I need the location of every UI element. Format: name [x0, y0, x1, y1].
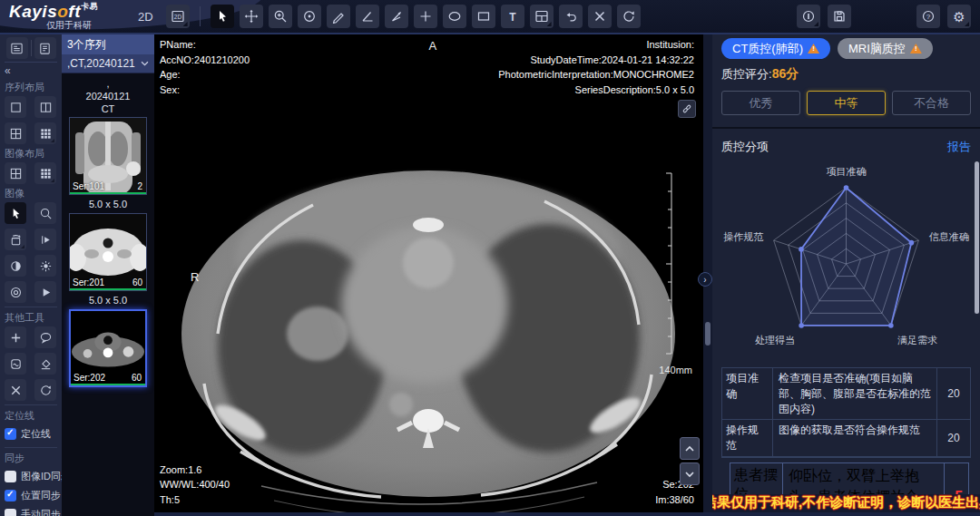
grid-3x3-button[interactable]	[34, 162, 56, 184]
angle-tool-button[interactable]	[356, 5, 379, 28]
divider-scrollbar-thumb[interactable]	[705, 322, 710, 346]
tab-mri-brain-qc[interactable]: MRI脑质控 !	[838, 38, 933, 59]
invert-button[interactable]	[5, 255, 26, 277]
disclaimer-marquee: 结果仅用于科研,不作诊断证明，诊断以医生出具的诊断	[712, 494, 980, 512]
sync-manual-row[interactable]: 手动同步	[5, 508, 57, 516]
image-pointer-button[interactable]	[5, 202, 26, 224]
layout-2d-button[interactable]: 2D	[166, 5, 190, 28]
probe-tool-button[interactable]	[298, 5, 321, 28]
qc-subsection-title: 质控分项	[721, 139, 769, 155]
length-tool-button[interactable]	[327, 5, 350, 28]
sync-image-id-row[interactable]: 图像ID同步	[5, 470, 57, 483]
toolbar-separator	[200, 6, 201, 26]
stamp-button[interactable]	[5, 353, 26, 375]
sync-position-row[interactable]: 位置同步	[5, 489, 57, 502]
stack-scroll-button[interactable]	[34, 229, 56, 250]
add-button[interactable]	[5, 326, 26, 348]
layout-3x3-button[interactable]	[34, 122, 56, 144]
delete-all-button[interactable]	[5, 379, 26, 401]
pencil-icon	[331, 9, 346, 24]
section-title-sync: 同步	[5, 447, 57, 465]
eraser-button[interactable]	[34, 353, 56, 375]
magnify-button[interactable]	[34, 202, 56, 224]
grid-2x2-button[interactable]	[5, 162, 26, 184]
layout-2x2-icon	[9, 127, 23, 141]
svg-text:满足需求: 满足需求	[897, 335, 937, 346]
rotate-button[interactable]	[5, 229, 26, 250]
grade-buttons: 优秀 中等 不合格	[721, 91, 971, 115]
comment-button[interactable]	[34, 326, 56, 348]
link-series-button[interactable]	[678, 100, 696, 118]
crosshair-icon	[418, 9, 433, 24]
qc-score-table: 项目准确 检查项目是否准确(项目如脑部、胸部、腹部是否在标准的范围内容) 20 …	[721, 367, 971, 458]
main-viewport[interactable]: PName: AccNO:2401210200 Age: Sex: Instit…	[154, 34, 703, 516]
report-link[interactable]: 报告	[947, 139, 971, 155]
series-panel: 3个序列 ,CT,20240121 , 20240121 CT	[62, 34, 154, 516]
save-button[interactable]	[828, 5, 851, 28]
mode-2d-label: 2D	[138, 10, 153, 24]
expand-panel-button[interactable]: ›	[698, 272, 712, 287]
pointer-icon	[215, 9, 230, 24]
reset-view-button[interactable]	[617, 5, 641, 28]
thumbnail-series-202-selected[interactable]: Ser:202 60	[69, 309, 147, 387]
localizer-checkbox[interactable]	[5, 428, 16, 440]
zoom-tool-button[interactable]	[269, 5, 292, 28]
app-logo: Kayisoft卡易 仅用于科研	[0, 3, 129, 30]
grade-fail-button[interactable]: 不合格	[892, 91, 971, 115]
zoom-window-overlay: Zoom:1.6 WW/WL:400/40 Th:5	[160, 462, 230, 508]
toolbar-tools: 2D T	[166, 5, 641, 28]
localizer-checkbox-row[interactable]: 定位线	[5, 427, 57, 441]
info-button[interactable]	[797, 5, 820, 28]
pan-tool-button[interactable]	[240, 5, 263, 28]
delete-annotation-button[interactable]	[588, 5, 612, 28]
brightness-button[interactable]	[34, 255, 56, 277]
section-title-series-layout: 序列布局	[5, 81, 57, 94]
window-bottom-edge	[154, 512, 980, 516]
collapse-sidebar-button[interactable]: «	[5, 64, 57, 77]
grade-excellent-button[interactable]: 优秀	[721, 91, 800, 115]
target-icon	[9, 286, 23, 299]
comment-bubble-icon	[39, 331, 53, 345]
rectangle-tool-button[interactable]	[472, 5, 495, 28]
cine-play-button[interactable]	[34, 281, 56, 303]
layout-1x2-button[interactable]	[34, 96, 56, 118]
svg-text:信息准确: 信息准确	[929, 231, 969, 242]
tab-ct-lung-qc[interactable]: CT质控(肺部) !	[721, 38, 830, 59]
series-list-toggle-button[interactable]	[6, 37, 28, 59]
scroll-up-button[interactable]	[680, 437, 700, 460]
reset-tools-button[interactable]	[34, 379, 56, 401]
study-dropdown[interactable]: ,CT,20240121	[62, 54, 154, 73]
thumb2-caption: 5.0 x 5.0	[89, 199, 127, 211]
position-sync-checkbox[interactable]	[5, 490, 16, 501]
layout-2x2-button[interactable]	[5, 122, 26, 144]
settings-button[interactable]: ⚙	[947, 5, 971, 28]
report-panel-button[interactable]	[34, 37, 56, 59]
panel-scrollbar-thumb[interactable]	[975, 161, 979, 314]
crosshair-tool-button[interactable]	[414, 5, 437, 28]
section-title-image: 图像	[5, 187, 57, 200]
layout-1x1-button[interactable]	[5, 96, 26, 118]
grade-medium-button[interactable]: 中等	[807, 91, 886, 115]
undo-button[interactable]	[559, 5, 583, 28]
target-button[interactable]	[5, 281, 26, 303]
scroll-down-button[interactable]	[680, 462, 700, 485]
section-title-localizer: 定位线	[5, 404, 57, 423]
help-button[interactable]: ?	[916, 5, 940, 28]
thumbnail-series-201[interactable]: Ser:201 60	[69, 213, 147, 291]
svg-text:2D: 2D	[173, 14, 181, 20]
manual-sync-checkbox[interactable]	[5, 509, 16, 516]
image-layout-button[interactable]	[530, 5, 554, 28]
ellipse-tool-button[interactable]	[443, 5, 466, 28]
pan-icon	[244, 9, 259, 24]
image-id-sync-checkbox[interactable]	[5, 471, 16, 482]
thumbnail-series-101[interactable]: Ser:101 2	[69, 117, 147, 195]
report-icon	[38, 42, 52, 55]
pointer-tool-button[interactable]	[211, 5, 234, 28]
text-tool-button[interactable]: T	[501, 5, 524, 28]
cobb-angle-tool-button[interactable]	[385, 5, 408, 28]
localizer-label: 定位线	[21, 427, 51, 441]
thumb3-caption: 5.0 x 5.0	[89, 295, 127, 307]
thumb3-image-count: 60	[132, 373, 142, 383]
layout-2d-icon: 2D	[171, 9, 185, 24]
orientation-marker-right: R	[191, 270, 199, 284]
